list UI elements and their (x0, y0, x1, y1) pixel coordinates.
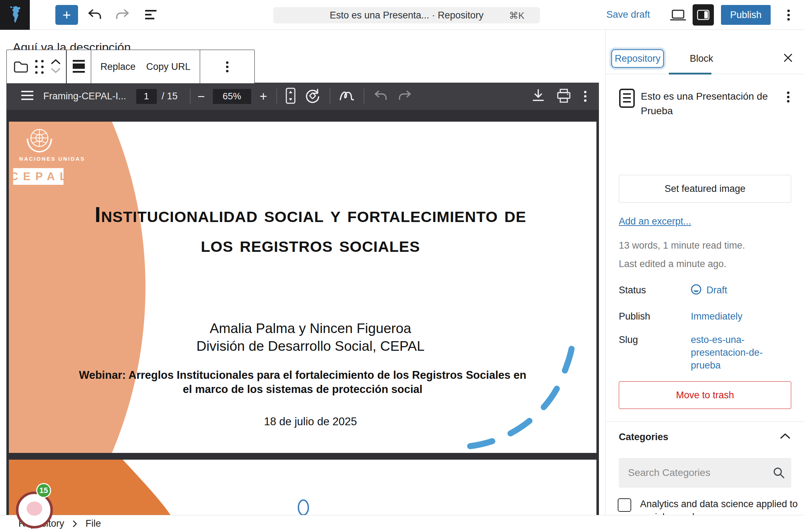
block-type-button[interactable] (12, 59, 29, 75)
file-block-icon (12, 59, 29, 74)
pdf-toolbar: Framing-CEPAL-I... 1 / 15 − 65% + (6, 83, 599, 110)
pdf-draw-button[interactable] (339, 89, 355, 104)
site-logo[interactable] (0, 0, 30, 30)
slide-authors-line1: Amalia Palma y Nincen Figueroa (80, 320, 541, 337)
chevron-down-icon (50, 67, 61, 74)
slide2-background (9, 460, 596, 515)
tab-block[interactable]: Block (680, 49, 723, 68)
align-button[interactable] (72, 59, 86, 75)
publish-button[interactable]: Publish (721, 5, 771, 25)
panel-divider (606, 421, 804, 422)
search-icon (772, 466, 785, 479)
pdf-zoom-out-button[interactable]: − (198, 90, 205, 103)
pdf-redo-button[interactable] (398, 90, 412, 103)
latin-america-logo-icon (4, 4, 26, 26)
pdf-zoom-in-button[interactable]: + (260, 90, 267, 103)
editor-options-button[interactable] (785, 8, 792, 22)
align-none-icon (72, 59, 86, 74)
settings-sidebar: Repository Block Esto es una Presentació… (605, 30, 804, 515)
slide-date: 18 de julio de 2025 (80, 415, 541, 428)
document-overview-button[interactable] (144, 9, 159, 22)
category-checkbox[interactable] (618, 498, 631, 512)
pdf-page-1: NACIONES UNIDAS CEPAL Institucionalidad … (9, 122, 596, 453)
toolbar-separator (330, 89, 330, 104)
close-icon (782, 52, 794, 64)
command-palette[interactable]: Esto es una Presenta... · Repository ⌘K (273, 7, 540, 23)
pdf-zoom-level[interactable]: 65% (213, 89, 251, 104)
close-sidebar-button[interactable] (781, 51, 795, 65)
chevron-up-icon (50, 59, 61, 65)
slide-title: Institucionalidad social y fortalecimien… (80, 200, 541, 259)
slide2-circle-graphic (298, 500, 308, 515)
kebab-icon (787, 92, 789, 94)
command-palette-title: Esto es una Presenta... · Repository (330, 10, 484, 21)
categories-panel-title: Categories (619, 432, 668, 443)
sidebar-document-title: Esto es una Presentación de Prueba (641, 89, 783, 118)
undo-icon (374, 90, 388, 102)
hamburger-menu-icon (21, 91, 34, 101)
move-to-trash-button[interactable]: Move to trash (619, 381, 791, 409)
block-inserter-button[interactable]: + (55, 5, 78, 25)
breadcrumb-current: File (86, 518, 101, 529)
kebab-icon (787, 10, 790, 12)
redo-button[interactable] (115, 8, 130, 23)
move-block-down-button[interactable] (50, 67, 61, 75)
draft-status-icon (690, 283, 702, 295)
redo-icon (398, 90, 412, 102)
pdf-undo-button[interactable] (374, 90, 388, 103)
save-draft-button[interactable]: Save draft (606, 9, 650, 20)
block-options-button[interactable] (224, 60, 231, 74)
status-label: Status (619, 285, 646, 296)
pdf-print-button[interactable] (556, 88, 571, 104)
category-label[interactable]: Analytics and data science applied to so… (640, 498, 798, 515)
pdf-options-button[interactable] (582, 89, 588, 104)
collapse-categories-button[interactable] (780, 432, 791, 440)
publish-label: Publish (619, 311, 650, 322)
undo-icon (87, 8, 102, 22)
pdf-fit-page-button[interactable] (286, 88, 296, 105)
toggle-settings-sidebar-button[interactable] (693, 4, 714, 26)
print-icon (556, 88, 571, 103)
set-featured-image-button[interactable]: Set featured image (619, 175, 791, 203)
undo-button[interactable] (87, 8, 102, 23)
status-value-button[interactable]: Draft (706, 285, 727, 296)
sidebar-header: Repository Block (606, 30, 804, 74)
pdf-sidebar-toggle-button[interactable] (21, 91, 34, 102)
recorder-inner-dot (27, 501, 42, 516)
editor-top-bar: + Esto es una Presenta... · Repository ⌘… (0, 0, 804, 30)
pdf-page-2 (9, 460, 596, 515)
kebab-icon (226, 61, 228, 64)
publish-value-button[interactable]: Immediately (691, 311, 743, 322)
breadcrumb-chevron-icon (72, 520, 78, 528)
recorder-count-badge: 15 (36, 483, 51, 498)
pdf-rotate-button[interactable] (305, 88, 320, 105)
last-edited-text: Last edited a minute ago. (619, 259, 726, 270)
sidebar-panel-icon (697, 10, 710, 20)
un-emblem-icon (22, 126, 56, 155)
chevron-up-icon (780, 432, 791, 439)
tab-repository[interactable]: Repository (611, 49, 664, 68)
download-icon (532, 88, 545, 103)
slug-value-button[interactable]: esto-es-una-presentacion-de-prueba (691, 333, 778, 372)
toolbar-separator (276, 89, 277, 104)
toolbar-separator (364, 89, 364, 104)
editor-footer: Repository File (0, 515, 804, 532)
replace-button[interactable]: Replace (96, 61, 140, 72)
add-excerpt-link[interactable]: Add an excerpt... (619, 216, 691, 227)
preview-button[interactable] (669, 9, 687, 24)
block-drag-handle[interactable] (35, 60, 44, 74)
pdf-download-button[interactable] (532, 88, 545, 104)
search-categories-input[interactable] (619, 458, 791, 488)
move-block-up-button[interactable] (50, 59, 61, 66)
cepal-logo: CEPAL (13, 168, 64, 185)
document-actions-button[interactable] (785, 90, 791, 104)
copy-url-button[interactable]: Copy URL (142, 61, 195, 72)
freehand-draw-icon (339, 89, 355, 102)
fit-page-icon (286, 88, 296, 104)
word-count-text: 13 words, 1 minute read time. (619, 240, 745, 251)
pdf-page-number-input[interactable]: 1 (136, 89, 157, 104)
drag-dots-icon (35, 60, 38, 62)
sidebar-content: Esto es una Presentación de Prueba Set f… (606, 74, 804, 515)
block-toolbar: Replace Copy URL (6, 50, 255, 84)
slide-webinar-text: Webinar: Arreglos Institucionales para e… (76, 368, 530, 397)
